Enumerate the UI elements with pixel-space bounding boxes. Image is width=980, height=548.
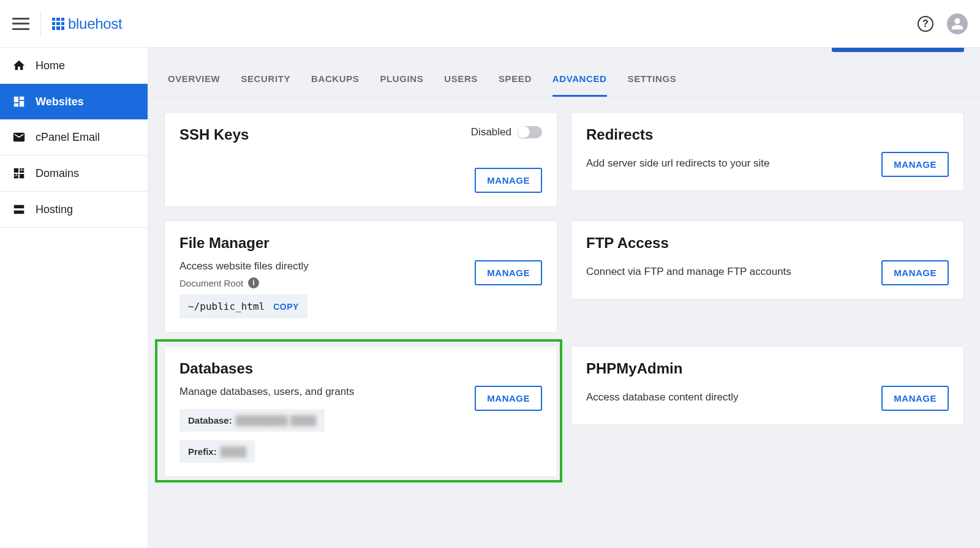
sidebar-item-label: Domains [36, 167, 79, 180]
email-icon [12, 130, 26, 144]
tab-settings[interactable]: SETTINGS [628, 73, 677, 97]
topbar-left: bluehost [12, 11, 122, 37]
card-databases: Databases Manage databases, users, and g… [164, 346, 557, 477]
cards-grid: SSH Keys Disabled MANAGE Redirects Add s… [148, 97, 980, 492]
card-desc: Connect via FTP and manage FTP accounts [586, 266, 791, 278]
card-phpmyadmin: PHPMyAdmin Access database content direc… [571, 346, 964, 425]
tab-security[interactable]: SECURITY [241, 73, 290, 97]
database-chip: Database: ████████ ████ [179, 409, 325, 432]
main: OVERVIEW SECURITY BACKUPS PLUGINS USERS … [148, 48, 980, 548]
sidebar-item-domains[interactable]: Domains [0, 156, 148, 192]
copy-button[interactable]: COPY [273, 302, 299, 312]
prefix-value: ████ [221, 446, 247, 457]
manage-button[interactable]: MANAGE [475, 386, 542, 411]
manage-button[interactable]: MANAGE [475, 260, 542, 285]
card-title: File Manager [179, 235, 542, 252]
manage-button[interactable]: MANAGE [881, 386, 949, 411]
card-ftp-access: FTP Access Connect via FTP and manage FT… [571, 220, 964, 299]
home-icon [12, 59, 26, 72]
sidebar-item-home[interactable]: Home [0, 48, 148, 84]
card-ssh-keys: SSH Keys Disabled MANAGE [164, 112, 557, 207]
docroot-label: Document Root [179, 278, 243, 288]
tab-speed[interactable]: SPEED [499, 73, 532, 97]
layout: Home Websites cPanel Email Domains Hosti… [0, 48, 980, 548]
card-title: Databases [179, 360, 542, 377]
prefix-chip: Prefix: ████ [179, 440, 255, 463]
topbar: bluehost ? [0, 0, 980, 48]
card-desc: Access database content directly [586, 391, 739, 403]
brand-logo[interactable]: bluehost [52, 15, 122, 32]
database-label: Database: [188, 415, 232, 426]
card-file-manager: File Manager Access website files direct… [164, 220, 557, 332]
topbar-right: ? [918, 13, 968, 34]
docroot-chip: ~/public_html COPY [179, 295, 307, 318]
dashboard-icon [12, 95, 26, 108]
user-icon [951, 17, 964, 31]
ssh-toggle-wrap: Disabled [471, 126, 542, 138]
manage-button[interactable]: MANAGE [881, 260, 949, 285]
menu-icon[interactable] [12, 18, 29, 30]
card-title: FTP Access [586, 235, 949, 252]
tab-advanced[interactable]: ADVANCED [552, 73, 607, 97]
tab-plugins[interactable]: PLUGINS [380, 73, 423, 97]
tabs: OVERVIEW SECURITY BACKUPS PLUGINS USERS … [148, 48, 980, 97]
sidebar-item-cpanel-email[interactable]: cPanel Email [0, 119, 148, 156]
card-desc: Add server side url redirects to your si… [586, 157, 770, 170]
toggle-label: Disabled [471, 126, 511, 138]
ssh-toggle[interactable] [518, 126, 542, 138]
tab-backups[interactable]: BACKUPS [311, 73, 359, 97]
sidebar-item-hosting[interactable]: Hosting [0, 192, 148, 228]
card-title: PHPMyAdmin [586, 360, 949, 377]
card-title: Redirects [586, 126, 949, 143]
brand-name: bluehost [68, 15, 122, 32]
info-icon[interactable]: i [248, 277, 259, 288]
docroot-label-row: Document Root i [179, 277, 475, 288]
tab-overview[interactable]: OVERVIEW [168, 73, 220, 97]
sidebar-item-label: Home [36, 59, 65, 72]
prefix-label: Prefix: [188, 446, 217, 457]
sidebar-item-websites[interactable]: Websites [0, 84, 148, 119]
card-redirects: Redirects Add server side url redirects … [571, 112, 964, 191]
card-title: SSH Keys [179, 126, 249, 143]
sidebar-item-label: Websites [36, 96, 84, 108]
server-icon [12, 203, 26, 216]
manage-button[interactable]: MANAGE [881, 152, 949, 177]
cta-button-partial[interactable] [832, 48, 964, 52]
database-value: ████████ ████ [236, 415, 317, 426]
sidebar: Home Websites cPanel Email Domains Hosti… [0, 48, 148, 548]
tab-users[interactable]: USERS [444, 73, 478, 97]
sidebar-item-label: Hosting [36, 203, 73, 216]
grid-icon [52, 18, 64, 30]
card-desc: Manage databases, users, and grants [179, 386, 475, 398]
help-icon[interactable]: ? [918, 16, 933, 32]
card-desc: Access website files directly [179, 260, 475, 272]
sidebar-item-label: cPanel Email [36, 131, 100, 144]
docroot-value: ~/public_html [188, 301, 265, 312]
manage-button[interactable]: MANAGE [475, 168, 542, 193]
avatar[interactable] [947, 13, 968, 34]
divider [40, 11, 41, 37]
domains-icon [12, 167, 26, 180]
